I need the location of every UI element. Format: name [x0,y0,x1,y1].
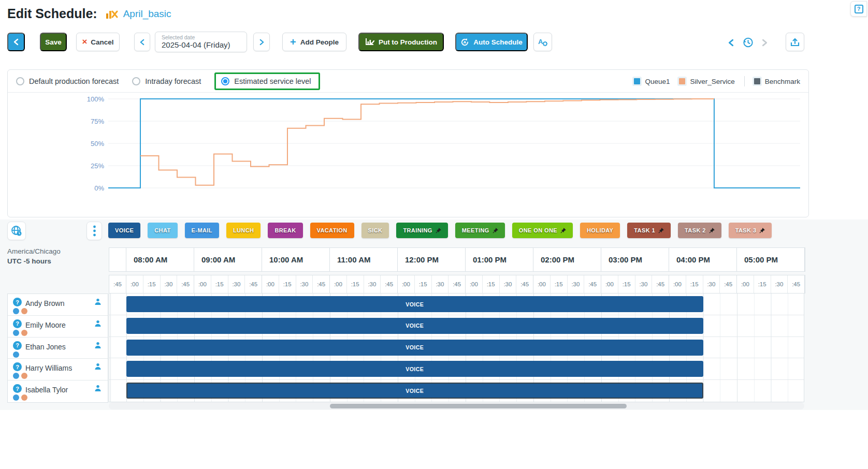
question-badge-icon[interactable]: ? [13,341,22,350]
quarter-cell: :45 [720,275,737,293]
activity-label: VACATION [317,227,348,233]
employee-name: Ethan Jones [25,343,66,351]
person-icon[interactable] [94,342,102,351]
quarter-cell: :15 [211,275,228,293]
forecast-radio-1[interactable]: Default production forecast [16,77,119,85]
activity-button-e-mail[interactable]: E-MAIL [185,223,219,238]
auto-schedule-settings-button[interactable]: A [533,33,552,51]
svg-text:A: A [538,38,543,46]
save-button[interactable]: Save [40,33,67,51]
shift-bar-voice[interactable]: VOICE [126,318,703,334]
activity-button-voice[interactable]: VOICE [108,223,140,238]
quarter-cell: :15 [483,275,500,293]
add-people-button[interactable]: + Add People [282,33,346,51]
forecast-chart-panel: Default production forecastIntraday fore… [7,69,809,217]
schedule-name-link[interactable]: April_basic [123,8,171,20]
legend-item-silver_service[interactable]: Silver_Service [679,78,734,85]
question-badge-icon[interactable]: ? [13,319,22,328]
activity-label: CHAT [154,227,170,233]
activity-button-task-2[interactable]: TASK 2 [678,223,721,238]
quarter-cell: :45 [109,275,126,293]
quarter-cell: :15 [551,275,568,293]
activity-button-break[interactable]: BREAK [268,223,302,238]
employee-name: Isabella Tylor [25,386,68,394]
legend-swatch [634,78,640,84]
schedule-row: VOICE [109,337,804,359]
schedule-row: VOICE [109,294,804,315]
pin-icon [658,228,664,233]
activity-button-vacation[interactable]: VACATION [310,223,354,238]
shift-bar-label: VOICE [406,366,424,372]
activity-button-task-1[interactable]: TASK 1 [627,223,671,238]
cancel-button[interactable]: × Cancel [76,33,120,51]
scrollbar-thumb[interactable] [330,404,627,408]
shift-bar-label: VOICE [406,388,424,394]
employee-row-ethan-jones[interactable]: ?Ethan Jones [8,338,108,359]
activity-button-task-3[interactable]: TASK 3 [729,223,772,238]
horizontal-scrollbar[interactable] [109,402,804,409]
activity-button-one-on-one[interactable]: ONE ON ONE [512,223,573,238]
employee-row-isabella-tylor[interactable]: ?Isabella Tylor [8,380,108,402]
activity-button-holiday[interactable]: HOLIDAY [580,223,620,238]
header: Edit Schedule: April_basic [7,6,171,21]
next-date-button[interactable] [253,33,270,51]
forecast-radio-2[interactable]: Intraday forecast [132,77,201,85]
activity-button-lunch[interactable]: LUNCH [226,223,261,238]
chevron-right-icon [761,39,768,47]
close-icon: × [82,37,87,47]
shift-bar-voice[interactable]: VOICE [126,361,703,377]
chevron-left-icon [139,39,145,46]
schedule-grid: VOICEVOICEVOICEVOICEVOICE [109,294,804,402]
history-icon[interactable] [742,36,754,50]
auto-schedule-button[interactable]: A Auto Schedule [455,33,528,51]
activity-button-sick[interactable]: SICK [361,223,389,238]
forecast-radio-3[interactable]: Estimated service level [221,77,311,85]
quarter-cell: :30 [635,275,653,293]
status-dot [21,373,27,379]
employee-row-harry-williams[interactable]: ?Harry Williams [8,359,108,380]
employee-name: Andy Brown [25,299,64,307]
quarter-cell: :00 [398,275,415,293]
question-badge-icon[interactable]: ? [13,362,22,371]
question-badge-icon[interactable]: ? [13,384,22,393]
prev-date-button[interactable] [134,33,150,51]
redo-button[interactable] [761,39,768,48]
help-button[interactable]: ? [850,1,867,17]
more-options-button[interactable] [86,222,102,240]
highlight-annotation-box: Estimated service level [214,72,320,90]
quarter-cell: :00 [466,275,483,293]
shift-bar-voice[interactable]: VOICE [126,340,703,356]
y-axis-tick-label: 0% [94,184,104,192]
timezone-info: America/Chicago UTC -5 hours [7,246,61,266]
activity-button-chat[interactable]: CHAT [148,223,177,238]
chevron-left-icon [728,39,734,47]
person-icon[interactable] [94,385,102,394]
hour-header-cell: 11:00 AM [330,248,398,271]
put-to-production-button[interactable]: Put to Production [358,33,444,51]
person-icon[interactable] [94,320,102,329]
hour-header-cell: 02:00 PM [533,248,601,271]
activity-label: MEETING [462,227,489,233]
selected-date-field[interactable]: Selected date 2025-04-04 (Friday) [155,32,247,52]
person-icon[interactable] [94,363,102,372]
shift-bar-voice[interactable]: VOICE [126,296,703,312]
quarter-cell: :45 [381,275,398,293]
employee-row-andy-brown[interactable]: ?Andy Brown [8,294,108,316]
question-badge-icon[interactable]: ? [13,298,22,306]
timeline-quarter-header: :45:00:15:30:45:00:15:30:45:00:15:30:45:… [109,275,805,294]
back-button[interactable] [7,33,25,51]
legend-item-queue1[interactable]: Queue1 [634,78,670,85]
auto-refresh-icon: A [460,38,469,47]
legend-item-benchmark[interactable]: Benchmark [754,78,800,85]
quarter-cell: :00 [669,275,686,293]
undo-button[interactable] [728,39,734,48]
plus-icon: + [290,36,296,48]
activity-label: SICK [368,227,383,233]
employee-row-emily-moore[interactable]: ?Emily Moore [8,316,108,338]
activity-button-training[interactable]: TRAINING [396,223,447,238]
timezone-button[interactable] [7,222,26,240]
person-icon[interactable] [94,298,102,307]
activity-button-meeting[interactable]: MEETING [455,223,505,238]
export-button[interactable] [786,33,804,51]
shift-bar-voice[interactable]: VOICE [126,383,703,399]
